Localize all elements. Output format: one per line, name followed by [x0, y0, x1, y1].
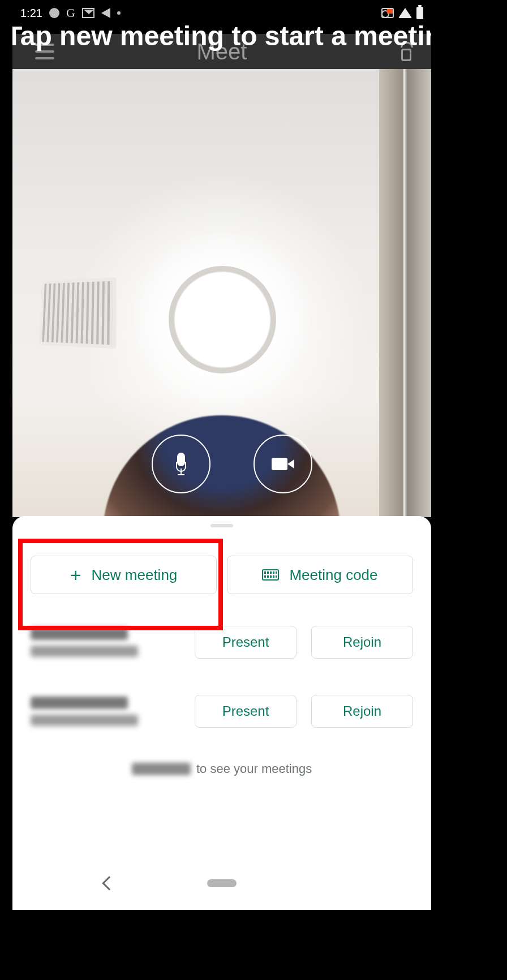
present-label: Present: [222, 634, 269, 650]
wifi-icon: [398, 8, 412, 18]
more-dot-icon: [117, 11, 121, 15]
meeting-info: [31, 697, 138, 726]
meeting-info: [31, 627, 138, 657]
meeting-time-redacted: [31, 715, 138, 726]
hint-redacted: [132, 763, 191, 775]
list-item: Present Rejoin: [31, 608, 413, 677]
background-glass: [379, 69, 431, 517]
swipe-hint: to see your meetings: [12, 762, 431, 776]
mail-icon: [82, 8, 94, 18]
meeting-code-button[interactable]: Meeting code: [227, 556, 413, 594]
background-vent: [39, 277, 117, 349]
new-meeting-label: New meeting: [92, 566, 178, 584]
status-left: 1:21 G: [20, 6, 121, 20]
screen: 1:21 G Tap new meeting to start a meetin…: [12, 0, 431, 910]
rejoin-label: Rejoin: [343, 634, 381, 650]
present-label: Present: [222, 703, 269, 719]
new-meeting-button[interactable]: + New meeting: [31, 556, 217, 594]
present-button[interactable]: Present: [195, 626, 297, 659]
battery-icon: [416, 7, 423, 19]
plus-icon: +: [70, 565, 81, 584]
meeting-name-redacted: [31, 697, 128, 709]
background-light: [169, 266, 276, 373]
microphone-icon: [175, 453, 187, 475]
status-right: [381, 7, 423, 19]
device-frame: 1:21 G Tap new meeting to start a meetin…: [0, 0, 507, 980]
dot-icon: [49, 8, 59, 18]
mute-button[interactable]: [152, 435, 210, 493]
cast-icon: [381, 8, 394, 18]
keyboard-icon: [262, 569, 279, 581]
google-icon: G: [66, 6, 75, 20]
back-button[interactable]: [102, 876, 116, 890]
bottom-sheet[interactable]: + New meeting Meeting code Present Rejoi…: [12, 516, 431, 857]
video-icon: [272, 456, 294, 472]
recent-meetings-list: Present Rejoin Present Rejoin: [12, 608, 431, 746]
camera-preview: [12, 69, 431, 517]
list-item: Present Rejoin: [31, 677, 413, 746]
meeting-name-redacted: [31, 627, 128, 640]
rejoin-label: Rejoin: [343, 703, 381, 719]
present-button[interactable]: Present: [195, 695, 297, 728]
system-nav-bar: [12, 857, 431, 910]
camera-toggle-button[interactable]: [254, 435, 312, 493]
instruction-overlay: Tap new meeting to start a meeting: [12, 20, 431, 51]
home-handle[interactable]: [207, 879, 237, 887]
meeting-time-redacted: [31, 646, 138, 657]
hint-text: to see your meetings: [193, 762, 312, 776]
meeting-code-label: Meeting code: [289, 566, 377, 584]
clock: 1:21: [20, 7, 42, 20]
send-icon: [101, 8, 110, 18]
rejoin-button[interactable]: Rejoin: [311, 695, 413, 728]
rejoin-button[interactable]: Rejoin: [311, 626, 413, 659]
